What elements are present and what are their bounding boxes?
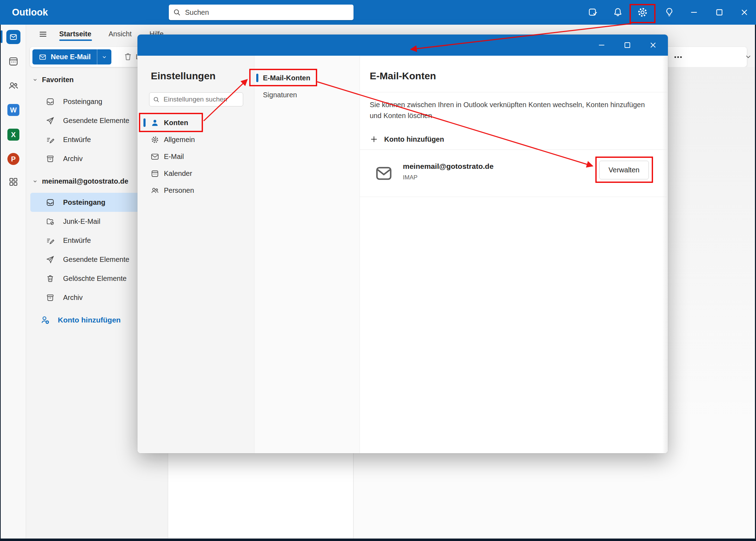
chevron-down-icon: [32, 179, 38, 184]
my-day-icon[interactable]: [585, 5, 601, 20]
account-email: meinemail@gotostrato.de: [403, 162, 493, 171]
gear-icon: [150, 135, 159, 144]
trash-icon: [46, 274, 55, 283]
inbox-icon: [46, 97, 55, 106]
rail-word-button[interactable]: W: [1, 100, 26, 120]
subnav-signaturen[interactable]: Signaturen: [254, 87, 360, 103]
tips-lightbulb-icon[interactable]: [662, 5, 677, 20]
ribbon-more-options-button[interactable]: [669, 49, 687, 64]
settings-title: Einstellungen: [151, 70, 216, 82]
search-input[interactable]: [184, 8, 349, 17]
window-close-button[interactable]: [737, 5, 752, 20]
settings-nav-allgemein[interactable]: Allgemein: [137, 131, 254, 148]
account-envelope-icon: [375, 164, 393, 183]
divider: [360, 149, 668, 150]
selected-indicator: [256, 74, 258, 82]
settings-nav-personen[interactable]: Personen: [137, 182, 254, 199]
divider: [360, 197, 668, 197]
excel-icon: X: [7, 129, 19, 141]
trash-icon: [123, 52, 133, 61]
inbox-icon: [46, 198, 55, 207]
calendar-icon: [150, 169, 159, 178]
chevron-down-icon: [32, 77, 38, 82]
rail-mail-button[interactable]: [1, 27, 26, 47]
new-mail-split-button[interactable]: Neue E-Mail: [32, 49, 111, 64]
subnav-email-konten[interactable]: E-Mail-Konten: [254, 70, 360, 86]
person-icon: [150, 118, 159, 127]
word-icon: W: [7, 104, 19, 116]
settings-search[interactable]: [149, 92, 243, 106]
rail-more-apps-button[interactable]: [1, 172, 26, 192]
archive-icon: [46, 293, 55, 302]
divider: [360, 92, 668, 92]
account-protocol: IMAP: [403, 174, 418, 181]
settings-search-input[interactable]: [163, 95, 239, 104]
hamburger-menu-button[interactable]: [37, 28, 49, 40]
plus-icon: [370, 135, 378, 143]
settings-gear-icon[interactable]: [635, 5, 650, 20]
app-title: Outlook: [12, 0, 48, 25]
selected-indicator: [143, 118, 146, 127]
outlook-window: Outlook: [0, 0, 756, 541]
window-maximize-button[interactable]: [712, 5, 727, 20]
window-border: [0, 25, 1, 541]
send-icon: [46, 255, 55, 264]
sidebar-add-account-link[interactable]: Konto hinzufügen: [40, 315, 121, 325]
new-mail-dropdown-chevron[interactable]: [97, 49, 111, 64]
global-search[interactable]: [169, 5, 354, 20]
ribbon-collapse-chevron-icon[interactable]: [744, 53, 752, 61]
rail-calendar-button[interactable]: [1, 51, 26, 71]
notifications-bell-icon[interactable]: [610, 5, 626, 20]
send-icon: [46, 116, 55, 125]
settings-subnav-panel: E-Mail-Konten Signaturen: [254, 56, 360, 453]
favorites-section-header[interactable]: Favoriten: [32, 76, 74, 84]
dialog-maximize-button[interactable]: [619, 38, 635, 53]
rail-powerpoint-button[interactable]: P: [1, 149, 26, 169]
search-icon: [173, 8, 181, 16]
people-icon: [150, 186, 159, 195]
window-minimize-button[interactable]: [686, 5, 702, 20]
settings-nav-kalender[interactable]: Kalender: [137, 165, 254, 182]
person-add-icon: [40, 315, 50, 325]
account-section-header[interactable]: meinemail@gotostrato.de: [32, 177, 128, 185]
draft-pencil-icon: [46, 135, 55, 144]
active-tab-underline: [59, 39, 92, 41]
new-mail-envelope-icon: [39, 53, 47, 61]
rail-excel-button[interactable]: X: [1, 125, 26, 145]
window-border: [0, 539, 756, 541]
settings-nav-panel: Einstellungen Konten: [137, 56, 254, 453]
settings-dialog: Einstellungen Konten: [137, 35, 668, 453]
search-icon: [153, 96, 160, 103]
junk-folder-icon: [46, 217, 55, 226]
dialog-minimize-button[interactable]: [594, 38, 610, 53]
archive-icon: [46, 154, 55, 163]
envelope-icon: [150, 152, 159, 161]
add-account-button[interactable]: Konto hinzufügen: [370, 133, 444, 146]
app-top-bar: Outlook: [0, 0, 756, 25]
app-rail: W X P: [1, 25, 26, 539]
settings-dialog-titlebar[interactable]: [137, 35, 668, 56]
content-title: E-Mail-Konten: [370, 70, 436, 82]
scrollbar-track[interactable]: [662, 56, 668, 453]
mail-icon: [6, 30, 20, 44]
manage-account-button[interactable]: Verwalten: [599, 161, 649, 179]
settings-nav-konten[interactable]: Konten: [137, 114, 254, 131]
rail-people-button[interactable]: [1, 76, 26, 96]
content-description: Sie können zwischen Ihren in Outlook ver…: [370, 99, 655, 121]
tab-startseite[interactable]: Startseite: [59, 27, 91, 40]
settings-content-panel: E-Mail-Konten Sie können zwischen Ihren …: [360, 56, 668, 453]
dialog-close-button[interactable]: [645, 38, 661, 53]
tab-ansicht[interactable]: Ansicht: [109, 27, 132, 40]
settings-nav-email[interactable]: E-Mail: [137, 148, 254, 165]
draft-pencil-icon: [46, 236, 55, 245]
powerpoint-icon: P: [7, 153, 19, 165]
